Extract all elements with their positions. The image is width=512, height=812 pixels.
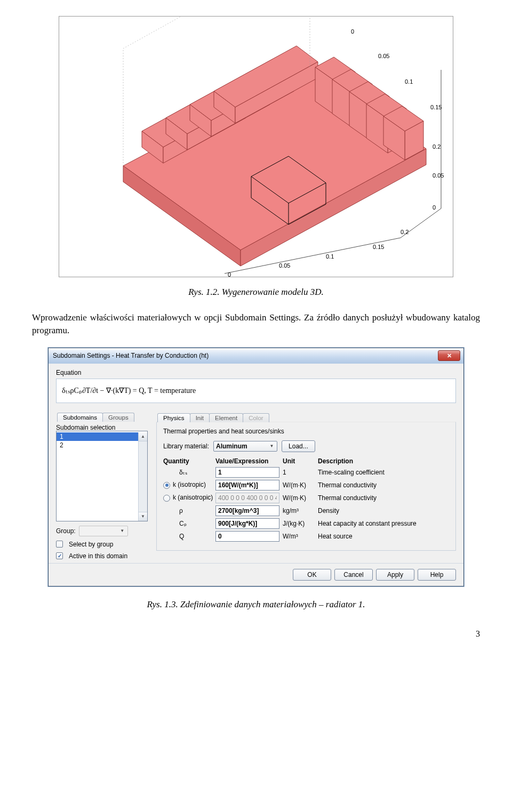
property-unit: W/m³ [283,533,318,540]
help-button[interactable]: Help [418,569,456,581]
property-row: Cₚ J/(kg·K) Heat capacity at constant pr… [163,518,449,529]
property-desc: Thermal conductivity [318,481,449,489]
property-desc: Thermal conductivity [318,494,449,502]
load-button[interactable]: Load... [282,440,315,452]
chevron-down-icon: ▼ [118,527,126,535]
library-material-label: Library material: [163,443,209,450]
subdomain-list[interactable]: 1 2 ▲ ▼ [56,431,148,521]
property-desc: Density [318,507,449,514]
property-label: Cₚ [179,520,187,527]
scrollbar[interactable]: ▲ ▼ [138,432,147,521]
apply-button[interactable]: Apply [376,569,414,581]
axis-x-tick: 0.05 [279,262,290,269]
physics-hint: Thermal properties and heat sources/sink… [163,428,449,435]
value-input[interactable] [215,505,279,516]
value-input[interactable] [215,518,279,529]
property-row: ρ kg/m³ Density [163,505,449,516]
chevron-down-icon: ▼ [268,443,276,450]
close-button[interactable]: ✕ [438,350,460,361]
property-row: k (isotropic) W/(m·K) Thermal conductivi… [163,480,449,491]
dialog-footer: OK Cancel Apply Help [49,563,463,586]
axis-y2-tick: 0.2 [433,143,441,150]
k-isotropic-radio[interactable] [163,482,170,489]
library-material-value: Aluminum [216,443,247,450]
figure-caption-12: Rys. 1.2. Wygenerowanie modelu 3D. [32,287,480,298]
tab-init[interactable]: Init [190,413,210,422]
dialog-title: Subdomain Settings - Heat Transfer by Co… [53,352,438,359]
property-unit: J/(kg·K) [283,520,318,527]
tab-groups[interactable]: Groups [102,413,134,422]
property-unit: 1 [283,469,318,476]
right-tab-strip: Physics Init Element Color [156,411,456,422]
close-icon: ✕ [447,352,452,359]
property-desc: Heat capacity at constant pressure [318,520,449,527]
axis-z-tick: 0.05 [433,172,444,179]
property-unit: kg/m³ [283,507,318,514]
body-paragraph: Wprowadzenie właściwości materiałowych w… [32,311,480,337]
value-input[interactable] [215,531,279,542]
property-label: k (anisotropic) [173,494,213,501]
page-number: 3 [32,629,480,639]
axis-y2-tick: 0.15 [430,104,442,110]
property-label: ρ [179,507,183,514]
k-anisotropic-radio[interactable] [163,495,170,502]
col-value: Value/Expression [215,457,283,465]
property-row: k (anisotropic) W/(m·K) Thermal conducti… [163,493,449,503]
axis-x-tick: 0 [228,271,231,277]
value-input [215,493,279,503]
property-label: k (isotropic) [173,481,206,488]
list-item[interactable]: 1 [57,432,138,441]
tab-physics[interactable]: Physics [157,413,190,422]
subdomain-settings-dialog: Subdomain Settings - Heat Transfer by Co… [48,348,464,586]
cancel-button[interactable]: Cancel [334,569,373,581]
property-unit: W/(m·K) [283,494,318,502]
dialog-titlebar[interactable]: Subdomain Settings - Heat Transfer by Co… [49,348,463,364]
tab-element[interactable]: Element [209,413,243,422]
property-desc: Heat source [318,533,449,540]
axis-y-tick: 0.2 [401,229,409,235]
value-input[interactable] [215,467,279,478]
axis-y2-tick: 0 [351,28,354,35]
col-unit: Unit [283,457,318,465]
axis-y2-tick: 0.05 [378,53,389,59]
group-dropdown: ▼ [79,526,128,536]
library-material-dropdown[interactable]: Aluminum ▼ [213,441,277,452]
tab-subdomains[interactable]: Subdomains [57,413,103,422]
property-label: Q [179,533,184,540]
property-desc: Time-scaling coefficient [318,469,449,476]
equation-text: δₜₛρCₚ∂T/∂t − ∇·(k∇T) = Q, T = temperatu… [62,386,196,395]
axis-x-tick: 0.1 [326,253,334,260]
select-by-group-label: Select by group [69,541,113,548]
figure-caption-13: Rys. 1.3. Zdefiniowanie danych materiało… [32,599,480,610]
axis-z-tick: 0 [433,204,436,211]
col-description: Description [318,457,449,465]
scroll-up-icon[interactable]: ▲ [139,432,147,441]
col-quantity: Quantity [163,457,215,465]
equation-label: Equation [56,369,456,376]
list-item[interactable]: 2 [57,441,138,449]
property-unit: W/(m·K) [283,481,318,489]
property-row: Q W/m³ Heat source [163,531,449,542]
scroll-down-icon[interactable]: ▼ [139,512,147,521]
tab-color: Color [243,413,269,422]
equation-box: δₜₛρCₚ∂T/∂t − ∇·(k∇T) = Q, T = temperatu… [56,379,456,403]
subdomain-selection-label: Subdomain selection [56,424,148,431]
figure-3d-model: 0 0.05 0.1 0.15 0 0.05 0.2 0 0.05 0.1 0.… [59,16,453,277]
active-in-domain-checkbox[interactable] [56,552,63,559]
axis-x-tick: 0.15 [373,244,384,250]
svg-line-34 [123,17,219,49]
left-tab-strip: Subdomains Groups [56,411,148,422]
property-label: δₜₛ [179,469,187,476]
select-by-group-checkbox[interactable] [56,541,63,548]
value-input[interactable] [215,480,279,491]
group-label: Group: [56,527,76,535]
axis-y2-tick: 0.1 [405,78,413,85]
heatsink-svg [59,17,453,277]
property-row: δₜₛ 1 Time-scaling coefficient [163,467,449,478]
ok-button[interactable]: OK [293,569,331,581]
active-in-domain-label: Active in this domain [69,552,127,560]
